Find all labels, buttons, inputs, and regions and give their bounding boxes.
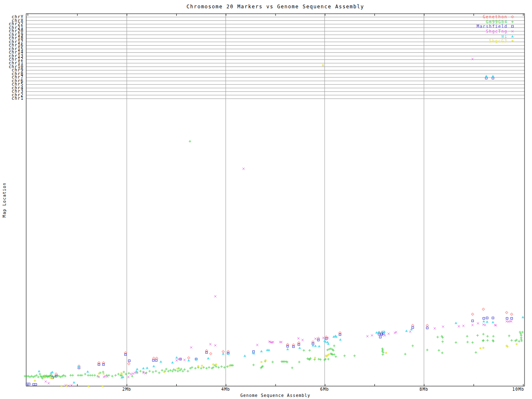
- series-wi-points: [38, 75, 524, 384]
- data-point-marker: [458, 325, 460, 327]
- data-point-marker: [163, 371, 165, 373]
- data-point-marker: [482, 339, 485, 342]
- data-point-marker: [84, 373, 86, 375]
- data-point-marker: [482, 347, 485, 349]
- data-point-marker: [280, 341, 282, 343]
- data-point-marker: [322, 64, 324, 66]
- data-point-marker: [371, 334, 373, 336]
- data-point-marker: [286, 361, 288, 363]
- legend-marker-icon: [510, 39, 515, 43]
- data-point-marker: [466, 341, 469, 343]
- data-point-marker: [411, 345, 414, 347]
- data-point-marker: [171, 361, 174, 364]
- legend-label: WI: [501, 34, 507, 39]
- data-point-marker: [486, 335, 489, 337]
- data-point-marker: [212, 363, 214, 366]
- data-point-marker: [410, 328, 413, 330]
- data-point-marker: [232, 364, 234, 367]
- legend-item: ShgcG3: [457, 39, 515, 44]
- data-point-marker: [34, 379, 36, 382]
- data-point-marker: [197, 365, 200, 367]
- legend-marker-icon: [510, 20, 515, 24]
- data-point-marker: [165, 368, 167, 370]
- legend-label: Marshfield: [477, 24, 507, 29]
- data-point-marker: [132, 372, 134, 374]
- x-axis-tick-label: 10Mb: [512, 387, 525, 392]
- data-point-marker: [484, 324, 486, 326]
- data-point-marker: [67, 384, 69, 387]
- data-point-marker: [314, 345, 317, 347]
- data-point-marker: [102, 372, 105, 375]
- data-point-marker: [44, 376, 46, 379]
- data-point-marker: [384, 334, 386, 336]
- data-point-marker: [308, 349, 311, 352]
- data-point-marker: [506, 345, 509, 348]
- data-point-marker: [510, 320, 512, 322]
- data-point-marker: [271, 361, 274, 363]
- data-point-marker: [264, 359, 267, 362]
- data-point-marker: [286, 348, 289, 350]
- data-point-marker: [483, 320, 485, 323]
- data-point-marker: [381, 330, 383, 333]
- data-point-marker: [223, 366, 226, 369]
- data-point-marker: [383, 330, 386, 333]
- x-axis-tick-label: 4Mb: [221, 387, 230, 392]
- data-point-marker: [208, 366, 210, 369]
- data-point-marker: [339, 338, 342, 341]
- legend-label: Genethon: [483, 15, 507, 19]
- data-point-marker: [462, 325, 464, 327]
- data-point-marker: [139, 370, 142, 372]
- data-point-marker: [81, 374, 83, 377]
- x-axis-label: Genome Sequence Assembly: [26, 393, 525, 398]
- data-point-marker: [436, 336, 439, 338]
- data-point-marker: [205, 367, 208, 369]
- data-point-marker: [404, 353, 406, 355]
- data-point-marker: [256, 344, 258, 346]
- data-point-marker: [405, 330, 408, 332]
- data-point-marker: [183, 368, 186, 371]
- data-point-marker: [382, 353, 384, 356]
- data-point-marker: [471, 324, 473, 326]
- data-point-marker: [385, 352, 387, 354]
- legend-label: ShgcG3: [489, 39, 507, 43]
- data-point-marker: [492, 335, 495, 337]
- data-point-marker: [222, 352, 224, 355]
- data-point-marker: [114, 374, 117, 377]
- data-point-marker: [189, 140, 191, 143]
- data-point-marker: [395, 331, 397, 333]
- data-point-marker: [244, 355, 246, 357]
- data-point-marker: [37, 376, 39, 378]
- legend-marker-icon: [510, 24, 515, 29]
- data-point-marker: [127, 376, 129, 378]
- data-point-marker: [190, 346, 192, 348]
- legend-item: Genethon: [457, 15, 515, 20]
- data-point-marker: [106, 375, 108, 377]
- x-axis-tick-label: 2Mb: [122, 387, 131, 392]
- data-point-marker: [160, 360, 162, 363]
- data-point-marker: [86, 370, 89, 373]
- data-point-marker: [268, 349, 270, 351]
- data-point-marker: [387, 332, 389, 335]
- data-point-marker: [260, 361, 263, 363]
- data-point-marker: [394, 332, 396, 334]
- data-point-marker: [194, 367, 197, 369]
- data-point-marker: [135, 370, 138, 372]
- data-point-marker: [409, 330, 411, 332]
- data-point-marker: [121, 373, 123, 375]
- data-point-marker: [228, 365, 231, 367]
- data-point-marker: [98, 372, 100, 375]
- data-point-marker: [51, 371, 54, 373]
- data-point-marker: [426, 349, 429, 351]
- data-point-marker: [182, 370, 184, 372]
- data-point-marker: [291, 367, 293, 369]
- data-point-marker: [382, 349, 384, 351]
- data-point-marker: [375, 331, 378, 334]
- data-point-marker: [142, 367, 145, 369]
- data-point-marker: [158, 372, 160, 374]
- x-axis-tick-label: 8Mb: [419, 387, 429, 392]
- data-point-marker: [47, 382, 49, 384]
- data-point-marker: [215, 363, 217, 366]
- data-point-marker: [486, 339, 489, 342]
- data-point-marker: [180, 368, 182, 370]
- data-point-marker: [518, 340, 520, 342]
